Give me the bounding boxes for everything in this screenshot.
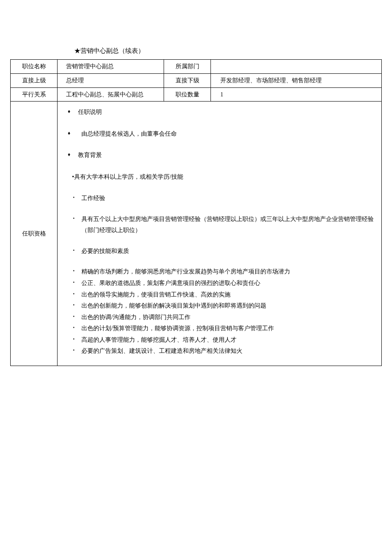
value-department	[211, 60, 382, 74]
value-count: 1	[211, 87, 382, 102]
list-item: 出色的计划/预算管理能力，能够协调资源，控制项目营销与客户管理工作	[63, 323, 377, 334]
list-item: 出色的领导实施能力，使项目营销工作快速、高效的实施	[63, 289, 377, 301]
page-title: ★营销中心副总（续表）	[74, 47, 382, 55]
list-item: 精确的市场判断力，能够洞悉房地产行业发展趋势与单个房地产项目的市场潜力	[63, 266, 377, 278]
label-count: 职位数量	[164, 87, 211, 102]
value-supervisor: 总经理	[58, 73, 164, 87]
list-item: 出色的创新能力，能够创新的解决项目策划中遇到的和即将遇到的问题	[63, 300, 377, 312]
dot-list: 工作经验 具有五个以上大中型房地产项目营销管理经验（营销经理以上职位）或三年以上…	[63, 193, 377, 357]
table-row: 职位名称 营销管理中心副总 所属部门	[11, 60, 382, 74]
list-item: 高超的人事管理能力，能够挖掘人才、培养人才、使用人才	[63, 334, 377, 346]
list-item: 必要的广告策划、建筑设计、工程建造和房地产相关法律知火	[63, 346, 377, 357]
list-item: 公正、果敢的道德品质，策划客户满意项目的强烈的进取心和责任心	[63, 278, 377, 289]
list-item: 工作经验	[63, 193, 377, 204]
list-item: 具有五个以上大中型房地产项目营销管理经验（营销经理以上职位）或三年以上大中型房地…	[63, 214, 377, 236]
label-qualifications: 任职资格	[11, 102, 58, 366]
diamond-list: 任职说明 由总经理提名候选人，由董事会任命 教育背景	[63, 108, 377, 160]
label-position-name: 职位名称	[11, 60, 58, 74]
label-subordinate: 直接下级	[164, 73, 211, 87]
list-item: 由总经理提名候选人，由董事会任命	[63, 129, 377, 139]
value-peer: 工程中心副总、拓展中心副总	[58, 87, 164, 102]
label-department: 所属部门	[164, 60, 211, 74]
qualifications-cell: 任职说明 由总经理提名候选人，由董事会任命 教育背景 •具有大学本科以上学历，或…	[58, 102, 382, 366]
table-row: 直接上级 总经理 直接下级 开发部经理、市场部经理、销售部经理	[11, 73, 382, 87]
table-row: 平行关系 工程中心副总、拓展中心副总 职位数量 1	[11, 87, 382, 102]
table-row: 任职资格 任职说明 由总经理提名候选人，由董事会任命 教育背景 •具有大学本科以…	[11, 102, 382, 366]
label-peer: 平行关系	[11, 87, 58, 102]
value-subordinate: 开发部经理、市场部经理、销售部经理	[211, 73, 382, 87]
education-line: •具有大学本科以上学历，或相关学历/技能	[63, 172, 377, 182]
list-item: 出色的协调/沟通能力，协调部门共同工作	[63, 312, 377, 323]
label-supervisor: 直接上级	[11, 73, 58, 87]
job-desc-table: 职位名称 营销管理中心副总 所属部门 直接上级 总经理 直接下级 开发部经理、市…	[10, 59, 382, 366]
value-position-name: 营销管理中心副总	[58, 60, 164, 74]
list-item: 必要的技能和素质	[63, 246, 377, 257]
list-item: 教育背景	[63, 151, 377, 160]
list-item: 任职说明	[63, 108, 377, 117]
